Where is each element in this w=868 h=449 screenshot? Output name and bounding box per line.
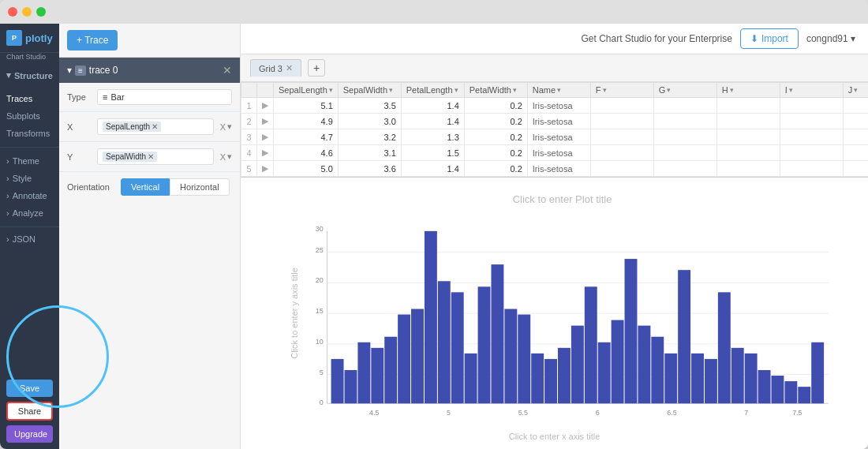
bar[interactable] xyxy=(558,348,571,403)
cell-petal-length[interactable]: 1.4 xyxy=(401,114,464,129)
cell-j[interactable] xyxy=(843,161,868,177)
user-menu[interactable]: congnd91 ▾ xyxy=(806,33,855,44)
col-header-petal-length[interactable]: PetalLength▾ xyxy=(401,83,464,98)
bar[interactable] xyxy=(638,326,650,404)
y-value[interactable]: SepalWidth ✕ xyxy=(97,148,214,165)
bar[interactable] xyxy=(345,370,357,403)
y-dim-select[interactable]: X ▾ xyxy=(220,152,232,162)
cell-sepal-length[interactable]: 4.6 xyxy=(274,145,339,161)
add-trace-button[interactable]: + Trace xyxy=(67,30,118,51)
sidebar-item-annotate[interactable]: › Annotate xyxy=(0,187,59,204)
cell-h[interactable] xyxy=(716,114,780,129)
cell-h[interactable] xyxy=(716,129,780,145)
cell-petal-width[interactable]: 0.2 xyxy=(464,129,527,145)
col-header-sepal-width[interactable]: SepalWidth▾ xyxy=(338,83,401,98)
cell-petal-width[interactable]: 0.2 xyxy=(464,145,527,161)
type-value[interactable]: ≡ Bar xyxy=(97,89,232,105)
cell-petal-width[interactable]: 0.2 xyxy=(464,161,527,177)
close-button[interactable] xyxy=(8,7,17,17)
col-header-g[interactable]: G▾ xyxy=(653,83,716,98)
bar[interactable] xyxy=(531,354,544,403)
bar[interactable] xyxy=(771,376,784,403)
cell-j[interactable] xyxy=(843,129,868,145)
cell-name[interactable]: Iris-setosa xyxy=(527,145,590,161)
bar[interactable] xyxy=(384,337,397,404)
cell-j[interactable] xyxy=(843,114,868,129)
cell-f[interactable] xyxy=(590,114,653,129)
col-header-j[interactable]: J▾ xyxy=(843,83,868,98)
chart-area[interactable]: Click to enter Plot title Click to enter… xyxy=(241,178,868,449)
bar[interactable] xyxy=(544,359,557,403)
bar[interactable] xyxy=(585,286,597,403)
sidebar-item-json[interactable]: › JSON xyxy=(0,230,59,248)
bar[interactable] xyxy=(798,387,810,403)
bar[interactable] xyxy=(811,342,824,404)
grid-tab[interactable]: Grid 3 ✕ xyxy=(250,59,301,77)
cell-sepal-width[interactable]: 3.1 xyxy=(338,145,401,161)
cell-sepal-width[interactable]: 3.2 xyxy=(338,129,401,145)
cell-petal-width[interactable]: 0.2 xyxy=(464,114,527,129)
sidebar-item-analyze[interactable]: › Analyze xyxy=(0,204,59,222)
cell-g[interactable] xyxy=(653,161,716,177)
chart-x-axis-title[interactable]: Click to enter x axis title xyxy=(509,432,600,441)
bar[interactable] xyxy=(651,337,664,404)
sidebar-item-transforms[interactable]: Transforms xyxy=(0,125,59,142)
bar[interactable] xyxy=(478,286,491,403)
bar[interactable] xyxy=(784,381,797,403)
y-axis-label[interactable]: Click to enter y axis title xyxy=(290,268,299,359)
bar[interactable] xyxy=(758,370,771,403)
save-button[interactable]: Save xyxy=(6,380,53,397)
bar[interactable] xyxy=(718,292,731,403)
cell-j[interactable] xyxy=(843,145,868,161)
x-dim-select[interactable]: X ▾ xyxy=(220,122,232,132)
x-value[interactable]: SepalLength ✕ xyxy=(97,118,214,135)
col-header-name[interactable]: Name▾ xyxy=(527,83,590,98)
upgrade-button[interactable]: Upgrade xyxy=(6,425,53,443)
bar[interactable] xyxy=(625,259,638,403)
cell-i[interactable] xyxy=(780,129,843,145)
col-header-sepal-length[interactable]: SepalLength▾ xyxy=(274,83,339,98)
cell-sepal-width[interactable]: 3.6 xyxy=(338,161,401,177)
bar[interactable] xyxy=(678,270,690,403)
trace-close-icon[interactable]: ✕ xyxy=(223,64,232,77)
minimize-button[interactable] xyxy=(22,7,32,17)
cell-name[interactable]: Iris-setosa xyxy=(527,114,590,129)
bar[interactable] xyxy=(612,320,624,404)
bar[interactable] xyxy=(518,315,530,404)
cell-g[interactable] xyxy=(653,145,716,161)
bar[interactable] xyxy=(465,354,477,403)
bar[interactable] xyxy=(331,359,344,403)
cell-sepal-length[interactable]: 4.7 xyxy=(274,129,339,145)
cell-i[interactable] xyxy=(780,145,843,161)
bar[interactable] xyxy=(504,309,517,404)
y-tag-close-icon[interactable]: ✕ xyxy=(148,152,154,161)
cell-sepal-width[interactable]: 3.5 xyxy=(338,98,401,114)
cell-h[interactable] xyxy=(716,161,780,177)
bar[interactable] xyxy=(705,359,717,403)
x-tag-close-icon[interactable]: ✕ xyxy=(152,122,158,131)
cell-petal-length[interactable]: 1.4 xyxy=(401,161,464,177)
bar[interactable] xyxy=(438,281,451,403)
cell-f[interactable] xyxy=(590,161,653,177)
bar[interactable] xyxy=(664,354,677,403)
bar[interactable] xyxy=(745,354,758,403)
cell-f[interactable] xyxy=(590,129,653,145)
col-header-f[interactable]: F▾ xyxy=(590,83,653,98)
cell-f[interactable] xyxy=(590,98,653,114)
orientation-horizontal-button[interactable]: Horizontal xyxy=(170,178,230,196)
cell-i[interactable] xyxy=(780,98,843,114)
bar[interactable] xyxy=(371,348,383,403)
cell-name[interactable]: Iris-setosa xyxy=(527,161,590,177)
bar[interactable] xyxy=(425,231,437,403)
chart-title[interactable]: Click to enter Plot title xyxy=(288,193,836,205)
sidebar-item-theme[interactable]: › Theme xyxy=(0,152,59,170)
bar[interactable] xyxy=(731,348,744,403)
cell-g[interactable] xyxy=(653,129,716,145)
bar[interactable] xyxy=(491,264,503,403)
col-header-petal-width[interactable]: PetalWidth▾ xyxy=(464,83,527,98)
col-header-h[interactable]: H▾ xyxy=(716,83,780,98)
col-header-i[interactable]: I▾ xyxy=(780,83,843,98)
cell-i[interactable] xyxy=(780,161,843,177)
sidebar-item-style[interactable]: › Style xyxy=(0,170,59,187)
cell-petal-length[interactable]: 1.3 xyxy=(401,129,464,145)
